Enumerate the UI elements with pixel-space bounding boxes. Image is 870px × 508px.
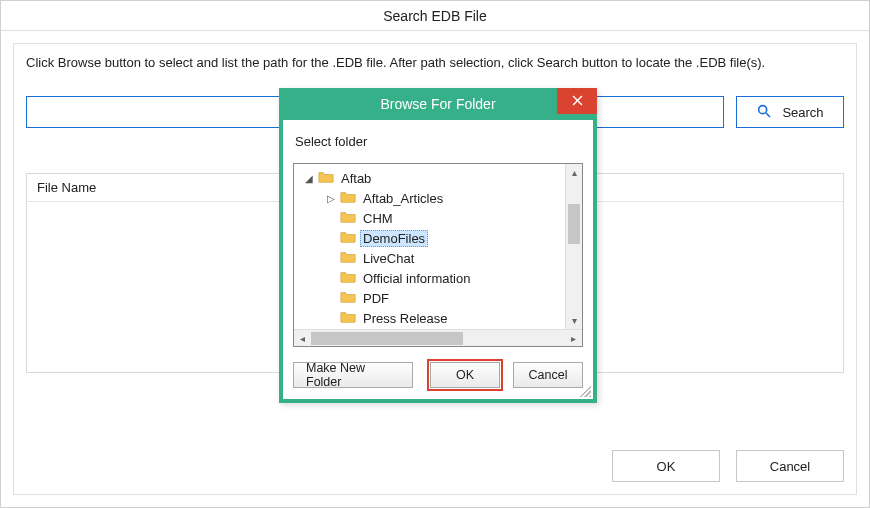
tree-node[interactable]: PDF [296,288,580,308]
scroll-thumb[interactable] [568,204,580,244]
tree-node[interactable]: LiveChat [296,248,580,268]
tree-node-selected[interactable]: DemoFiles [296,228,580,248]
modal-label: Select folder [295,134,583,149]
tree-node-label: Press Release [360,311,451,326]
tree-node-label: Aftab_Articles [360,191,446,206]
browse-folder-dialog: Browse For Folder Select folder ◢ Aftab … [279,88,597,403]
folder-icon [340,250,356,266]
svg-point-0 [759,105,767,113]
folder-icon [340,270,356,286]
tree-node[interactable]: Official information [296,268,580,288]
scroll-thumb[interactable] [311,332,463,345]
folder-tree-container: ◢ Aftab ▷ Aftab_Articles CHM [293,163,583,347]
ok-button[interactable]: OK [612,450,720,482]
tree-node-label: CHM [360,211,396,226]
search-button[interactable]: Search [736,96,844,128]
scroll-up-icon[interactable]: ▴ [566,164,582,181]
collapse-icon[interactable]: ◢ [304,173,314,184]
tree-node-label: DemoFiles [360,230,428,247]
tree-node[interactable]: Press Release [296,308,580,328]
folder-icon [340,290,356,306]
folder-tree[interactable]: ◢ Aftab ▷ Aftab_Articles CHM [294,164,582,329]
tree-node-label: LiveChat [360,251,417,266]
make-new-folder-button[interactable]: Make New Folder [293,362,413,388]
horizontal-scrollbar[interactable]: ◂ ▸ [294,329,582,346]
tree-node-label: Aftab [338,171,374,186]
tree-node[interactable]: ▷ Aftab_Articles [296,188,580,208]
instruction-text: Click Browse button to select and list t… [26,54,806,72]
vertical-scrollbar[interactable]: ▴ ▾ [565,164,582,329]
folder-icon [340,190,356,206]
scroll-left-icon[interactable]: ◂ [294,333,311,344]
search-icon [756,103,772,122]
cancel-button[interactable]: Cancel [736,450,844,482]
modal-cancel-button[interactable]: Cancel [513,362,583,388]
close-icon [572,89,583,113]
modal-title: Browse For Folder [283,92,593,120]
scroll-track[interactable] [311,332,565,345]
scroll-right-icon[interactable]: ▸ [565,333,582,344]
modal-ok-button[interactable]: OK [430,362,500,388]
search-button-label: Search [782,105,823,120]
folder-icon [340,310,356,326]
tree-node-label: Official information [360,271,473,286]
modal-body: Select folder ◢ Aftab ▷ Aftab_Articles [283,120,593,399]
tree-node-label: PDF [360,291,392,306]
scroll-down-icon[interactable]: ▾ [566,312,582,329]
folder-icon [318,170,334,186]
folder-icon [340,230,356,246]
resize-grip-icon[interactable] [579,385,591,397]
tree-node[interactable]: CHM [296,208,580,228]
expand-icon[interactable]: ▷ [326,193,336,204]
tree-node-root[interactable]: ◢ Aftab [296,168,580,188]
ok-button-highlight: OK [427,359,503,391]
modal-actions: Make New Folder OK Cancel [293,359,583,391]
modal-title-text: Browse For Folder [380,96,495,112]
svg-line-1 [766,113,770,117]
dialog-buttons: OK Cancel [612,450,844,482]
window-title: Search EDB File [1,1,869,31]
folder-icon [340,210,356,226]
close-button[interactable] [557,88,597,114]
